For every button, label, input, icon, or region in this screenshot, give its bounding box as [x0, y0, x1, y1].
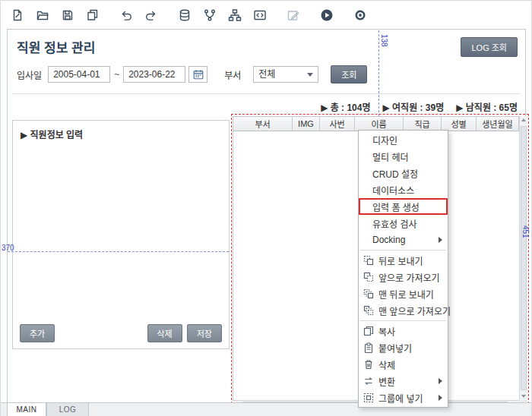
guide-value-top: 138	[380, 34, 388, 47]
vertical-scroll-thumb[interactable]	[521, 126, 527, 390]
calendar-icon[interactable]	[188, 66, 207, 83]
scroll-up-icon[interactable]	[521, 118, 526, 121]
menu-item-delete[interactable]: 삭제	[359, 356, 448, 373]
undo-icon[interactable]	[117, 6, 135, 24]
divider	[12, 93, 521, 94]
database-icon[interactable]	[176, 6, 194, 24]
save-button[interactable]: 저장	[187, 324, 222, 342]
menu-item-design[interactable]: 디자인	[359, 131, 448, 148]
menu-item-send-backward[interactable]: 뒤로 보내기	[359, 252, 448, 269]
menu-item-label: CRUD 설정	[372, 167, 418, 180]
convert-icon	[363, 376, 375, 386]
menu-item-convert[interactable]: 변환	[359, 373, 448, 389]
menu-item-label: 앞으로 가져오기	[378, 271, 440, 284]
employee-form-panel: ▶ 직원정보 입력 추가 삭제 저장	[12, 120, 230, 349]
date-range-separator: ~	[114, 69, 119, 80]
menu-item-label: 디자인	[372, 134, 397, 147]
toolbar-group-data	[176, 6, 269, 24]
guide-value-right: 451	[521, 225, 530, 238]
menu-item-validation[interactable]: 유효성 검사	[359, 215, 448, 232]
menu-item-datasource[interactable]: 데이터소스	[359, 181, 448, 198]
menu-item-label: 복사	[378, 325, 395, 338]
dept-label: 부서	[224, 68, 241, 81]
hire-date-label: 입사일	[17, 68, 42, 81]
menu-item-label: 삭제	[378, 358, 395, 371]
menu-item-send-to-back[interactable]: 맨 뒤로 보내기	[359, 285, 448, 302]
log-search-button[interactable]: LOG 조회	[461, 37, 518, 57]
run-icon[interactable]	[318, 6, 336, 24]
form-buttons: 추가 삭제 저장	[20, 324, 222, 342]
menu-item-label: 붙여넣기	[378, 342, 412, 355]
menu-item-label: 그룹에 넣기	[378, 392, 423, 405]
menu-item-docking[interactable]: Docking	[359, 232, 448, 248]
send-to-back-icon	[363, 288, 375, 299]
menu-item-create-input-form[interactable]: 입력 폼 생성	[359, 198, 448, 215]
save-copy-icon[interactable]	[84, 6, 102, 24]
code-view-icon[interactable]	[251, 6, 269, 24]
guide-line-vertical	[378, 30, 379, 116]
form-panel-title: ▶ 직원정보 입력	[21, 128, 83, 140]
grid-header-dept[interactable]: 부서	[233, 117, 293, 131]
dept-select[interactable]: 전체	[253, 66, 318, 83]
menu-separator	[360, 250, 446, 251]
scroll-down-icon[interactable]	[521, 395, 526, 398]
menu-item-paste[interactable]: 붙여넣기	[359, 339, 448, 356]
menu-item-label: 변환	[378, 375, 395, 388]
bring-to-front-icon	[363, 305, 375, 316]
connect-icon[interactable]	[201, 6, 219, 24]
guide-value-left: 370	[2, 244, 14, 252]
grid-vertical-scrollbar[interactable]	[519, 116, 527, 400]
hire-date-from-input[interactable]	[48, 66, 110, 83]
menu-item-multi-header[interactable]: 멀티 헤더	[359, 148, 448, 165]
stat-female: ▶ 여직원 : 39명	[383, 100, 445, 113]
delete-button[interactable]: 삭제	[147, 324, 182, 342]
menu-item-label: Docking	[372, 235, 405, 245]
search-button[interactable]: 조회	[331, 65, 367, 84]
menu-item-add-to-group[interactable]: 그룹에 넣기	[359, 389, 448, 406]
edit-icon	[284, 6, 302, 24]
toolbar-group-file	[8, 6, 102, 24]
menu-item-label: 유효성 검사	[372, 217, 417, 230]
menu-item-label: 맨 앞으로 가져오기	[378, 304, 451, 317]
submenu-arrow-icon	[439, 237, 442, 243]
send-backward-icon	[363, 255, 375, 266]
menu-item-crud-settings[interactable]: CRUD 설정	[359, 165, 448, 181]
dept-select-value: 전체	[258, 69, 275, 80]
bring-forward-icon	[363, 272, 375, 282]
add-button[interactable]: 추가	[20, 324, 55, 342]
trash-icon	[363, 359, 375, 370]
tab-log[interactable]: LOG	[46, 403, 89, 416]
hire-date-to-input[interactable]	[123, 66, 185, 83]
app-window: 직원 정보 관리 LOG 조회 입사일 ~ 부서 전체 조회 ▶ 총 : 104…	[0, 0, 532, 416]
menu-item-bring-to-front[interactable]: 맨 앞으로 가져오기	[359, 302, 448, 319]
sitemap-icon[interactable]	[226, 6, 244, 24]
menu-item-label: 맨 뒤로 보내기	[378, 288, 434, 301]
menu-item-copy[interactable]: 복사	[359, 323, 448, 339]
menu-item-label: 뒤로 보내기	[378, 254, 423, 267]
chevron-down-icon	[307, 73, 313, 77]
toolbar-group-history	[117, 6, 160, 24]
submenu-arrow-icon	[439, 378, 442, 384]
stat-total: ▶ 총 : 104명	[321, 100, 370, 113]
filter-bar: 입사일 ~ 부서 전체 조회	[17, 65, 367, 84]
toolbar-group-settings	[351, 6, 369, 24]
menu-separator	[360, 320, 446, 321]
grid-header-img[interactable]: IMG	[293, 117, 320, 131]
settings-gear-icon[interactable]	[351, 6, 369, 24]
copy-icon	[363, 326, 375, 336]
toolbar-group-run	[318, 6, 336, 24]
save-icon[interactable]	[59, 6, 77, 24]
toolbar	[1, 1, 531, 29]
grid-header-birthdate[interactable]: 생년월일	[477, 117, 519, 131]
grid-header-empno[interactable]: 사번	[320, 117, 355, 131]
paste-icon	[363, 342, 375, 353]
menu-item-bring-forward[interactable]: 앞으로 가져오기	[359, 269, 448, 285]
guide-line-horizontal	[8, 251, 229, 252]
toolbar-group-edit	[284, 6, 302, 24]
stat-male: ▶ 남직원 : 65명	[456, 100, 518, 113]
open-folder-icon[interactable]	[33, 6, 52, 24]
tab-main[interactable]: MAIN	[7, 403, 46, 416]
new-document-icon[interactable]	[8, 6, 27, 24]
redo-icon[interactable]	[142, 6, 160, 24]
bottom-tab-bar: MAIN LOG	[1, 402, 531, 416]
